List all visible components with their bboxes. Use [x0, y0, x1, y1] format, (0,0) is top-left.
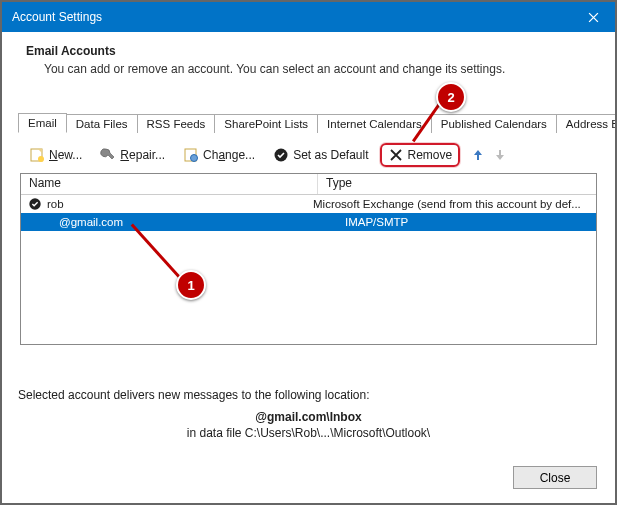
window-title: Account Settings: [12, 10, 102, 24]
new-label: New...: [49, 148, 82, 162]
new-button[interactable]: New...: [22, 143, 89, 167]
tab-email[interactable]: Email: [18, 113, 67, 133]
table-row[interactable]: rob Microsoft Exchange (send from this a…: [21, 195, 596, 213]
tab-published-calendars[interactable]: Published Calendars: [431, 114, 557, 133]
new-icon: [29, 147, 45, 163]
remove-button[interactable]: Remove: [380, 143, 461, 167]
repair-icon: [100, 147, 116, 163]
header-title: Email Accounts: [26, 44, 597, 58]
row-name: rob: [47, 198, 64, 210]
window-close-button[interactable]: [571, 2, 615, 32]
row-type: Microsoft Exchange (send from this accou…: [307, 198, 596, 210]
tab-data-files[interactable]: Data Files: [66, 114, 138, 133]
set-default-label: Set as Default: [293, 148, 368, 162]
footer-info: Selected account delivers new messages t…: [18, 388, 599, 440]
footer-line3: in data file C:\Users\Rob\...\Microsoft\…: [18, 426, 599, 440]
tab-rss-feeds[interactable]: RSS Feeds: [137, 114, 216, 133]
tab-sharepoint-lists[interactable]: SharePoint Lists: [214, 114, 318, 133]
repair-button[interactable]: Repair...: [93, 143, 172, 167]
set-default-button[interactable]: Set as Default: [266, 143, 375, 167]
col-type[interactable]: Type: [318, 174, 596, 194]
tab-internet-calendars[interactable]: Internet Calendars: [317, 114, 432, 133]
accounts-grid: Name Type rob Microsoft Exchange (send f…: [20, 173, 597, 345]
grid-header: Name Type: [21, 174, 596, 195]
close-button[interactable]: Close: [513, 466, 597, 489]
close-icon: [588, 12, 599, 23]
change-button[interactable]: Change...: [176, 143, 262, 167]
footer-line2: @gmail.com\Inbox: [18, 410, 599, 424]
grid-body: rob Microsoft Exchange (send from this a…: [21, 195, 596, 231]
repair-label: Repair...: [120, 148, 165, 162]
content-area: Email Accounts You can add or remove an …: [2, 32, 615, 503]
account-settings-window: Account Settings Email Accounts You can …: [0, 0, 617, 505]
col-name[interactable]: Name: [21, 174, 318, 194]
header-subtitle: You can add or remove an account. You ca…: [44, 62, 597, 76]
arrow-up-icon[interactable]: [470, 147, 486, 163]
change-icon: [183, 147, 199, 163]
tabs-container: Email Data Files RSS Feeds SharePoint Li…: [18, 110, 599, 345]
svg-point-1: [38, 156, 44, 162]
annotation-badge-2: 2: [436, 82, 466, 112]
svg-point-3: [191, 155, 198, 162]
row-type: IMAP/SMTP: [339, 216, 596, 228]
toolbar: New... Repair... Change...: [18, 137, 599, 173]
titlebar: Account Settings: [2, 2, 615, 32]
change-label: Change...: [203, 148, 255, 162]
table-row[interactable]: @gmail.com IMAP/SMTP: [21, 213, 596, 231]
tab-address-books[interactable]: Address Books: [556, 114, 617, 133]
reorder-arrows: [470, 147, 508, 163]
remove-label: Remove: [408, 148, 453, 162]
arrow-down-icon[interactable]: [492, 147, 508, 163]
tab-row: Email Data Files RSS Feeds SharePoint Li…: [18, 110, 599, 133]
row-name: @gmail.com: [59, 216, 123, 228]
annotation-badge-1: 1: [176, 270, 206, 300]
check-circle-icon: [273, 147, 289, 163]
default-account-icon: [27, 196, 43, 212]
header: Email Accounts You can add or remove an …: [2, 32, 615, 80]
footer-line1: Selected account delivers new messages t…: [18, 388, 599, 402]
remove-icon: [388, 147, 404, 163]
